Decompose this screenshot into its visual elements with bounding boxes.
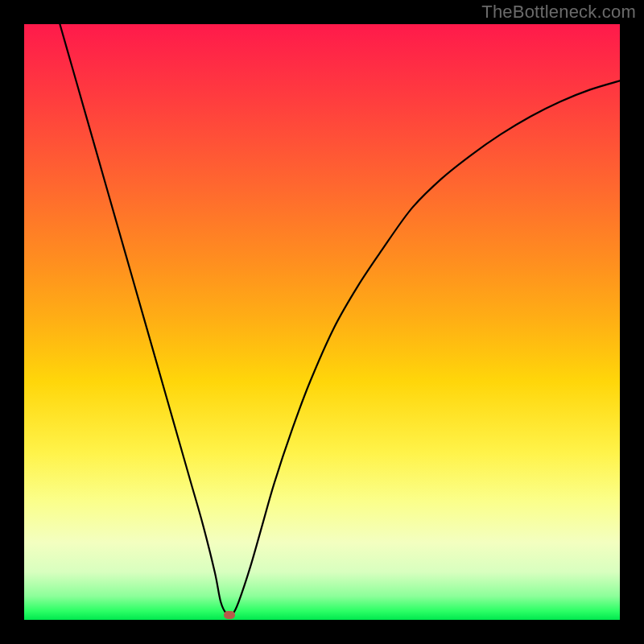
minimum-marker: [224, 611, 235, 619]
watermark-text: TheBottleneck.com: [481, 2, 636, 23]
curve-svg: [24, 24, 620, 620]
plot-area: [24, 24, 620, 620]
chart-frame: { "watermark": "TheBottleneck.com", "cha…: [0, 0, 644, 644]
bottleneck-curve: [60, 24, 620, 615]
